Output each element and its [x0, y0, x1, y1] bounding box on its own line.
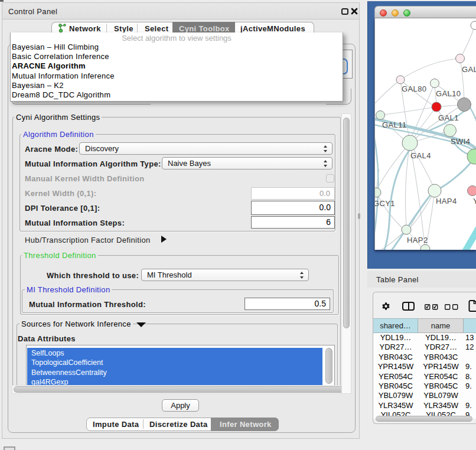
svg-text:GAL4: GAL4 — [410, 151, 431, 160]
svg-text:Y: Y — [473, 197, 476, 206]
svg-text:GAL10: GAL10 — [436, 89, 461, 98]
svg-text:HAP2: HAP2 — [407, 236, 428, 244]
svg-text:SWI4: SWI4 — [451, 137, 470, 146]
svg-text:GAL1: GAL1 — [438, 113, 459, 122]
svg-text:HAP4: HAP4 — [436, 197, 457, 206]
svg-text:GAL11: GAL11 — [382, 120, 407, 129]
svg-text:GAL7: GAL7 — [462, 65, 476, 74]
svg-text:GAL80: GAL80 — [402, 84, 426, 93]
svg-text:GCY1: GCY1 — [375, 199, 395, 208]
